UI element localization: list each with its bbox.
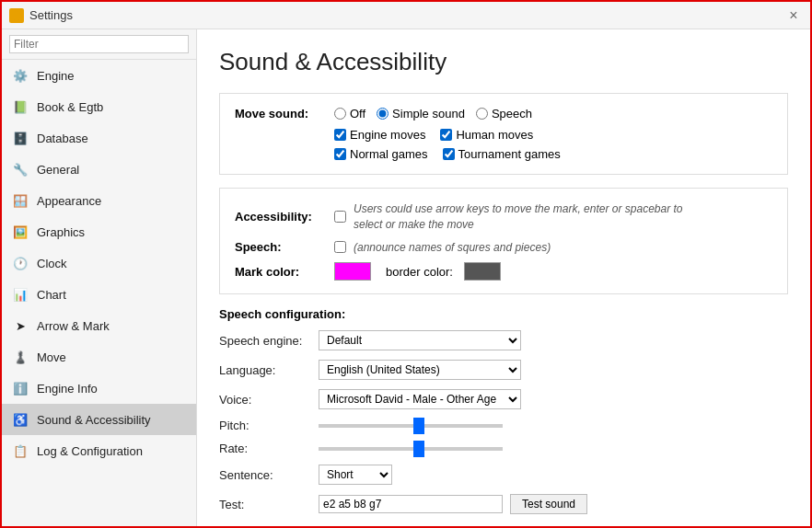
sidebar-label-move: Move: [37, 350, 66, 364]
mark-color-swatch[interactable]: [334, 262, 371, 281]
rate-slider[interactable]: [319, 447, 503, 451]
rate-label: Rate:: [219, 442, 311, 455]
radio-speech-input[interactable]: [476, 108, 488, 120]
filter-input[interactable]: [9, 35, 189, 53]
cb-normal-games-input[interactable]: [334, 148, 346, 160]
cb-human-moves-input[interactable]: [440, 129, 452, 141]
sidebar-label-engine-info: Engine Info: [37, 382, 98, 396]
cb-tournament-games-input[interactable]: [443, 148, 455, 160]
accessibility-label: Accessibility:: [235, 210, 327, 224]
engine-icon: ⚙️: [11, 66, 29, 85]
move-sound-checkbox-row1: Engine moves Human moves: [334, 128, 772, 142]
speech-description: (announce names of squres and pieces): [354, 240, 551, 256]
accessibility-description: Users could use arrow keys to move the m…: [354, 201, 703, 233]
move-sound-label: Move sound:: [235, 107, 327, 121]
test-input[interactable]: [319, 495, 503, 513]
speech-label: Speech:: [235, 240, 327, 254]
sidebar-item-move[interactable]: ♟️Move: [2, 341, 196, 373]
log-configuration-icon: 📋: [11, 442, 29, 460]
sidebar-label-general: General: [37, 163, 79, 177]
test-label: Test:: [219, 498, 311, 511]
accessibility-checkbox[interactable]: [334, 211, 346, 223]
sidebar-label-log-configuration: Log & Configuration: [37, 444, 143, 458]
sidebar-item-graphics[interactable]: 🖼️Graphics: [2, 216, 196, 247]
move-sound-radio-group: Off Simple sound Speech: [334, 107, 532, 121]
voice-label: Voice:: [219, 393, 311, 407]
sidebar-item-engine-info[interactable]: ℹ️Engine Info: [2, 373, 196, 404]
sidebar-item-appearance[interactable]: 🪟Appearance: [2, 185, 196, 216]
settings-window: Settings × ⚙️Engine📗Book & Egtb🗄️Databas…: [0, 0, 812, 528]
radio-simple-input[interactable]: [377, 108, 389, 120]
sidebar-item-general[interactable]: 🔧General: [2, 154, 196, 185]
speech-row: Speech: (announce names of squres and pi…: [235, 240, 772, 256]
pitch-slider-container: [319, 424, 530, 428]
speech-checkbox[interactable]: [334, 241, 346, 253]
move-icon: ♟️: [11, 348, 29, 366]
sidebar-label-sound-accessibility: Sound & Accessibility: [37, 413, 151, 427]
border-color-swatch[interactable]: [464, 262, 501, 281]
window-title: Settings: [29, 8, 784, 22]
radio-speech[interactable]: Speech: [476, 107, 532, 121]
test-row: Test: Test sound: [219, 494, 788, 514]
cb-tournament-games[interactable]: Tournament games: [443, 147, 561, 161]
main-content: ⚙️Engine📗Book & Egtb🗄️Database🔧General🪟A…: [2, 29, 810, 526]
voice-select[interactable]: Microsoft David - Male - Other Age: [319, 389, 521, 409]
accessibility-section: Accessibility: Users could use arrow key…: [219, 188, 788, 294]
page-title: Sound & Accessibility: [219, 48, 788, 76]
radio-simple[interactable]: Simple sound: [377, 107, 465, 121]
speech-engine-select[interactable]: Default: [319, 330, 521, 350]
move-sound-section: Move sound: Off Simple sound Speech: [219, 93, 788, 175]
sentence-label: Sentence:: [219, 468, 311, 482]
engine-info-icon: ℹ️: [11, 379, 29, 397]
sidebar-item-chart[interactable]: 📊Chart: [2, 279, 196, 310]
accessibility-row: Accessibility: Users could use arrow key…: [235, 201, 772, 233]
sidebar-item-engine[interactable]: ⚙️Engine: [2, 60, 196, 91]
appearance-icon: 🪟: [11, 191, 29, 210]
cb-normal-games[interactable]: Normal games: [334, 147, 428, 161]
speech-engine-row: Speech engine: Default: [219, 330, 788, 350]
mark-color-label: Mark color:: [235, 265, 327, 279]
chart-icon: 📊: [11, 285, 29, 304]
language-label: Language:: [219, 363, 311, 377]
sidebar-item-clock[interactable]: 🕐Clock: [2, 247, 196, 279]
cb-engine-moves[interactable]: Engine moves: [334, 128, 425, 142]
voice-row: Voice: Microsoft David - Male - Other Ag…: [219, 389, 788, 409]
speech-config-section: Speech configuration: Speech engine: Def…: [219, 307, 788, 514]
sidebar-label-graphics: Graphics: [37, 225, 85, 239]
sidebar-label-database: Database: [37, 132, 88, 145]
pitch-row: Pitch:: [219, 419, 788, 432]
move-sound-checkbox-row2: Normal games Tournament games: [334, 147, 772, 161]
speech-config-label: Speech configuration:: [219, 307, 788, 321]
clock-icon: 🕐: [11, 254, 29, 272]
main-panel: Sound & Accessibility Move sound: Off Si…: [197, 29, 810, 526]
speech-engine-label: Speech engine:: [219, 334, 311, 348]
pitch-label: Pitch:: [219, 419, 311, 432]
sidebar-label-chart: Chart: [37, 288, 66, 302]
sidebar-item-sound-accessibility[interactable]: ♿Sound & Accessibility: [2, 404, 196, 435]
svg-point-0: [12, 11, 21, 20]
test-sound-button[interactable]: Test sound: [510, 494, 587, 514]
app-icon: [9, 8, 24, 23]
general-icon: 🔧: [11, 160, 29, 178]
sidebar-item-book-egtb[interactable]: 📗Book & Egtb: [2, 91, 196, 122]
radio-off[interactable]: Off: [334, 107, 365, 121]
close-button[interactable]: ×: [784, 6, 803, 25]
sidebar: ⚙️Engine📗Book & Egtb🗄️Database🔧General🪟A…: [2, 29, 197, 526]
sidebar-label-engine: Engine: [37, 69, 74, 83]
sentence-select[interactable]: Short Normal Long: [319, 465, 392, 485]
language-select[interactable]: English (United States): [319, 360, 521, 380]
pitch-slider[interactable]: [319, 424, 503, 428]
sidebar-item-database[interactable]: 🗄️Database: [2, 122, 196, 154]
sidebar-item-arrow-mark[interactable]: ➤Arrow & Mark: [2, 310, 196, 341]
rate-slider-container: [319, 447, 530, 451]
sidebar-label-clock: Clock: [37, 257, 67, 270]
radio-off-input[interactable]: [334, 108, 346, 120]
sidebar-item-log-configuration[interactable]: 📋Log & Configuration: [2, 435, 196, 466]
mark-color-row: Mark color: border color:: [235, 262, 772, 281]
cb-human-moves[interactable]: Human moves: [440, 128, 533, 142]
cb-engine-moves-input[interactable]: [334, 129, 346, 141]
graphics-icon: 🖼️: [11, 223, 29, 241]
database-icon: 🗄️: [11, 129, 29, 147]
filter-area: [2, 29, 196, 60]
book-egtb-icon: 📗: [11, 98, 29, 116]
